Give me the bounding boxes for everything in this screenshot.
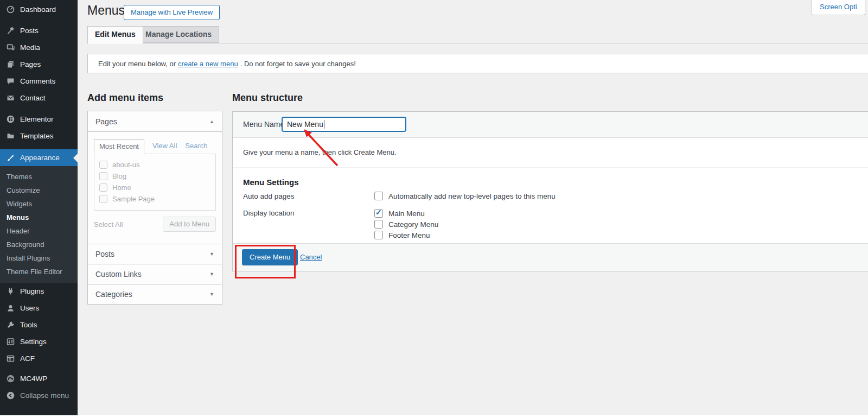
sidebar-item-contact[interactable]: Contact [0, 90, 78, 106]
accordion-pages-header[interactable]: Pages ▲ [88, 111, 222, 131]
elementor-icon [6, 115, 15, 124]
checkbox-footer-menu[interactable] [374, 231, 383, 239]
checkbox-main-menu[interactable] [374, 209, 383, 218]
sidebar-item-collapse-menu[interactable]: Collapse menu [0, 387, 78, 404]
location-label: Footer Menu [388, 231, 430, 239]
submenu-item-widgets[interactable]: Widgets [0, 197, 78, 211]
sidebar-item-settings[interactable]: Settings [0, 333, 78, 350]
create-new-menu-link[interactable]: create a new menu [178, 60, 238, 68]
menu-structure-footer: Create Menu Cancel [233, 243, 868, 271]
checkbox-category-menu[interactable] [374, 220, 383, 229]
sidebar-item-media[interactable]: Media [0, 39, 78, 56]
sidebar-item-mc4wp[interactable]: MC4WP [0, 370, 78, 387]
menu-settings-section: Menu Settings Auto add pages Automatical… [233, 168, 868, 245]
sidebar-item-comments[interactable]: Comments [0, 73, 78, 90]
chevron-down-icon: ▼ [209, 292, 214, 297]
collapse-arrow-icon [6, 391, 15, 400]
auto-add-option: Automatically add new top-level pages to… [374, 191, 556, 201]
list-item: Blog [99, 170, 215, 182]
page-item-label: about-us [112, 161, 140, 169]
cancel-link[interactable]: Cancel [300, 253, 322, 261]
sidebar-item-users[interactable]: Users [0, 300, 78, 316]
page-item-label: Home [112, 183, 131, 192]
notice-text-before: Edit your menu below, or [98, 60, 176, 68]
sidebar-item-posts[interactable]: Posts [0, 22, 78, 39]
envelope-icon [6, 93, 15, 103]
submenu-item-install-plugins[interactable]: Install Plugins [0, 251, 78, 265]
sidebar-item-appearance[interactable]: Appearance [0, 149, 78, 166]
sidebar-item-pages[interactable]: Pages [0, 56, 78, 73]
tab-search[interactable]: Search [185, 142, 207, 150]
submenu-item-header[interactable]: Header [0, 224, 78, 238]
tab-divider-line [87, 43, 868, 43]
add-to-menu-button[interactable]: Add to Menu [163, 217, 216, 232]
display-location-label: Display location [243, 209, 295, 217]
sidebar-item-label: Appearance [20, 154, 60, 162]
admin-sidebar: Dashboard Posts Media Pages Comments Con… [0, 0, 78, 415]
location-label: Main Menu [388, 210, 425, 218]
submenu-item-themes[interactable]: Themes [0, 170, 78, 183]
annotation-arrow [293, 122, 347, 171]
accordion-posts-header[interactable]: Posts ▼ [88, 244, 222, 264]
pushpin-icon [6, 26, 15, 35]
window-bottom-edge [0, 415, 868, 418]
submenu-item-background[interactable]: Background [0, 238, 78, 251]
add-menu-items-heading: Add menu items [87, 92, 163, 104]
pages-panel-footer: Select All Add to Menu [94, 217, 216, 232]
manage-with-live-preview-button[interactable]: Manage with Live Preview [124, 5, 220, 20]
accordion-custom-links-header[interactable]: Custom Links ▼ [88, 264, 222, 284]
menu-settings-heading: Menu Settings [243, 178, 299, 187]
accordion-title: Categories [95, 290, 132, 299]
sliders-icon [6, 337, 15, 346]
page-item-label: Blog [112, 172, 126, 180]
sidebar-item-elementor[interactable]: Elementor [0, 111, 78, 128]
mc4wp-icon [6, 374, 15, 383]
checkbox-home[interactable] [99, 183, 107, 192]
current-menu-notch [73, 154, 78, 162]
wrench-icon [6, 320, 15, 330]
submenu-item-menus[interactable]: Menus [0, 211, 78, 224]
checkbox-about-us[interactable] [99, 161, 107, 169]
checkbox-blog[interactable] [99, 172, 107, 180]
chevron-down-icon: ▼ [209, 271, 214, 277]
pages-checklist: about-us Blog Home Sample Page [94, 154, 216, 211]
page-title: Menus [87, 3, 125, 18]
tab-edit-menus[interactable]: Edit Menus [87, 26, 143, 44]
location-option: Category Menu [374, 219, 438, 230]
sidebar-item-label: ACF [20, 354, 35, 363]
tab-most-recent[interactable]: Most Recent [94, 139, 144, 154]
auto-add-option-label: Automatically add new top-level pages to… [388, 192, 556, 200]
media-icon [6, 43, 15, 52]
checkbox-sample-page[interactable] [99, 195, 107, 203]
location-label: Category Menu [388, 220, 438, 229]
submenu-item-customize[interactable]: Customize [0, 183, 78, 197]
select-all-link[interactable]: Select All [94, 220, 123, 229]
sidebar-item-tools[interactable]: Tools [0, 316, 78, 333]
sidebar-item-label: Collapse menu [20, 391, 69, 400]
chevron-up-icon: ▲ [209, 119, 214, 124]
sidebar-item-templates[interactable]: Templates [0, 128, 78, 144]
tab-manage-locations[interactable]: Manage Locations [138, 26, 219, 43]
list-item: Home [99, 182, 215, 193]
wordpress-admin-screen: Dashboard Posts Media Pages Comments Con… [0, 0, 868, 418]
sidebar-item-dashboard[interactable]: Dashboard [0, 1, 78, 18]
sidebar-item-label: Media [20, 43, 40, 52]
sidebar-item-plugins[interactable]: Plugins [0, 283, 78, 300]
acf-grid-icon [6, 354, 15, 363]
submenu-item-theme-file-editor[interactable]: Theme File Editor [0, 265, 78, 278]
display-location-options: Main Menu Category Menu Footer Menu [374, 208, 438, 240]
accordion-pages-body: Most Recent View All Search about-us Blo… [88, 131, 222, 244]
plug-icon [6, 287, 15, 296]
sidebar-item-label: MC4WP [20, 375, 47, 383]
checkbox-auto-add-pages[interactable] [374, 192, 383, 200]
sidebar-item-acf[interactable]: ACF [0, 350, 78, 367]
sidebar-item-label: Templates [20, 132, 54, 140]
auto-add-pages-label: Auto add pages [243, 192, 295, 200]
chevron-down-icon: ▼ [209, 251, 214, 257]
list-item: Sample Page [99, 193, 215, 205]
screen-options-button[interactable]: Screen Opti [812, 0, 865, 15]
tab-view-all[interactable]: View All [152, 142, 177, 150]
sidebar-item-label: Pages [20, 60, 41, 68]
accordion-title: Posts [95, 250, 114, 258]
accordion-categories-header[interactable]: Categories ▼ [88, 284, 222, 304]
